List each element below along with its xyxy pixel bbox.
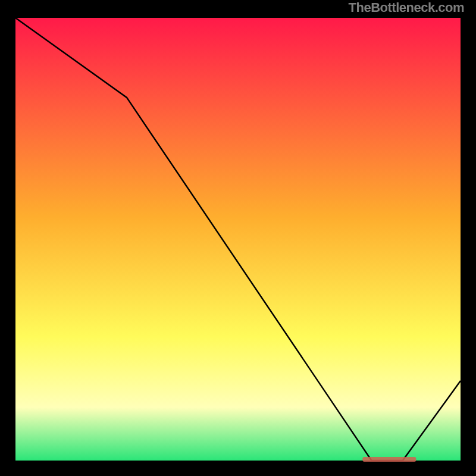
valley-annotation xyxy=(362,457,416,462)
chart-svg xyxy=(0,0,476,476)
chart-container: TheBottleneck.com xyxy=(0,0,476,476)
plot-area xyxy=(15,18,461,461)
attribution-text: TheBottleneck.com xyxy=(349,0,464,15)
